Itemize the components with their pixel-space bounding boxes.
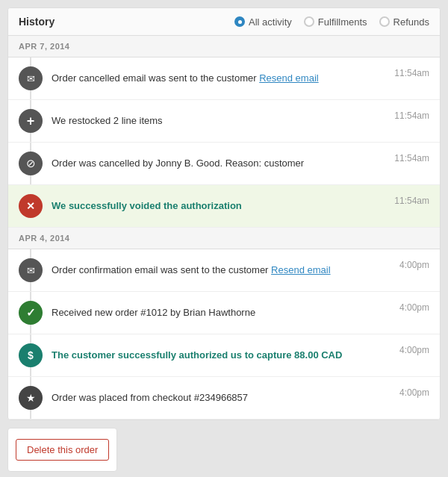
radio-fulfillments[interactable] <box>304 16 314 27</box>
row-content: The customer successfully authorized us … <box>52 349 391 362</box>
panel-header: History All activity Fulfillments Refund… <box>8 8 440 36</box>
table-row: Received new order #1012 by Brian Hawtho… <box>8 292 440 334</box>
table-row: We restocked 2 line items 11:54am <box>8 100 440 143</box>
row-text: Order was cancelled by Jonny B. Good. Re… <box>52 158 304 169</box>
row-text-teal: The customer successfully authorized us … <box>52 349 342 361</box>
dollar-icon <box>19 343 43 367</box>
table-row: Order was cancelled by Jonny B. Good. Re… <box>8 143 440 185</box>
row-content: Received new order #1012 by Brian Hawtho… <box>52 306 391 319</box>
cancel-icon <box>19 152 43 175</box>
row-text: Order cancelled email was sent to the cu… <box>52 72 319 84</box>
row-text: Order confirmation email was sent to the… <box>52 264 331 275</box>
timestamp: 11:54am <box>394 66 429 78</box>
row-content: Order confirmation email was sent to the… <box>52 264 391 277</box>
row-content: Order cancelled email was sent to the cu… <box>52 72 385 85</box>
timeline-group-2: Order confirmation email was sent to the… <box>8 249 440 420</box>
panel-title: History <box>19 16 55 28</box>
date-header-apr4: APR 4, 2014 <box>8 228 440 249</box>
envelope-icon-2 <box>19 258 43 282</box>
table-row: Order confirmation email was sent to the… <box>8 249 440 292</box>
timestamp: 4:00pm <box>399 386 429 398</box>
row-text: Received new order #1012 by Brian Hawtho… <box>52 307 255 318</box>
x-icon <box>19 194 43 218</box>
filter-group: All activity Fulfillments Refunds <box>234 16 429 28</box>
filter-refunds[interactable]: Refunds <box>379 16 429 28</box>
table-row: Order was placed from checkout #23496685… <box>8 377 440 420</box>
radio-refunds[interactable] <box>379 16 390 27</box>
star-icon <box>19 386 43 410</box>
radio-all-activity[interactable] <box>234 16 245 27</box>
envelope-icon <box>19 66 43 90</box>
row-text-highlighted: We successfully voided the authorization <box>52 200 242 211</box>
filter-fulfillments[interactable]: Fulfillments <box>304 16 367 28</box>
timestamp: 11:54am <box>394 109 429 121</box>
timestamp: 4:00pm <box>399 343 429 355</box>
resend-email-link-1[interactable]: Resend email <box>259 72 319 84</box>
date-header-apr7: APR 7, 2014 <box>8 36 440 57</box>
filter-all-activity[interactable]: All activity <box>234 16 292 28</box>
table-row: The customer successfully authorized us … <box>8 334 440 377</box>
table-row: We successfully voided the authorization… <box>8 185 440 228</box>
history-panel: History All activity Fulfillments Refund… <box>7 7 441 420</box>
row-content: We successfully voided the authorization <box>52 199 385 213</box>
resend-email-link-2[interactable]: Resend email <box>271 264 331 275</box>
timestamp: 4:00pm <box>399 301 429 313</box>
row-content: We restocked 2 line items <box>52 114 385 128</box>
row-text: We restocked 2 line items <box>52 115 163 126</box>
timestamp: 4:00pm <box>399 258 429 270</box>
row-content: Order was placed from checkout #23496685… <box>52 391 391 405</box>
timestamp: 11:54am <box>394 152 429 163</box>
bottom-bar: Delete this order <box>7 428 117 472</box>
plus-icon <box>19 109 43 133</box>
check-icon <box>19 301 43 325</box>
timestamp: 11:54am <box>394 194 429 206</box>
timeline-group-1: Order cancelled email was sent to the cu… <box>8 57 440 228</box>
row-content: Order was cancelled by Jonny B. Good. Re… <box>52 157 385 170</box>
delete-order-button[interactable]: Delete this order <box>16 439 109 461</box>
row-text: Order was placed from checkout #23496685… <box>52 392 248 403</box>
table-row: Order cancelled email was sent to the cu… <box>8 57 440 100</box>
